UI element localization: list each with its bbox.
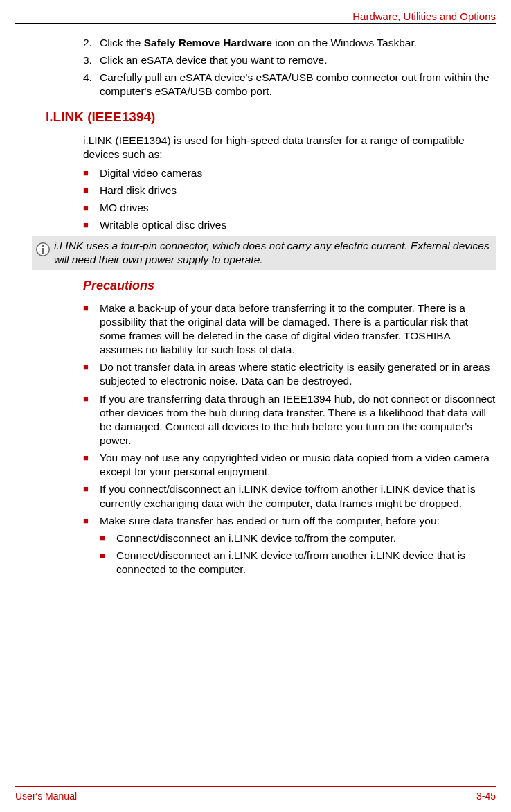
bullet-marker-icon: ■ (83, 218, 100, 232)
step-4: 4. Carefully pull an eSATA device's eSAT… (83, 71, 496, 98)
bullet-marker-icon: ■ (83, 201, 100, 215)
section-heading-ilink: i.LINK (IEEE1394) (46, 109, 496, 126)
bullet-marker-icon: ■ (83, 184, 100, 197)
list-item-text: If you connect/disconnect an i.LINK devi… (100, 482, 496, 510)
step-3: 3. Click an eSATA device that you want t… (83, 53, 496, 67)
list-item-text: MO drives (100, 201, 496, 215)
subsection-heading-precautions: Precautions (83, 278, 496, 294)
list-item-text: Make sure data transfer has ended or tur… (100, 514, 496, 528)
note-text: i.LINK uses a four-pin connector, which … (54, 239, 492, 267)
list-item: ■ Do not transfer data in areas where st… (83, 360, 496, 388)
list-item-text: Connect/disconnect an i.LINK device to/f… (116, 549, 496, 576)
list-item-text: If you are transferring data through an … (100, 392, 496, 448)
precaution-bullets: ■ Make a back-up of your data before tra… (83, 301, 496, 577)
list-item-nested: ■ Connect/disconnect an i.LINK device to… (100, 531, 496, 545)
list-item: ■ Hard disk drives (83, 184, 496, 197)
footer-manual-label: User's Manual (15, 790, 77, 802)
device-bullets: ■ Digital video cameras ■ Hard disk driv… (83, 166, 496, 233)
step-text-bold: Safely Remove Hardware (144, 37, 272, 48)
header-section-title: Hardware, Utilities and Options (352, 10, 496, 24)
note-callout: i.LINK uses a four-pin connector, which … (32, 236, 496, 270)
list-item-text: Digital video cameras (100, 166, 496, 180)
list-item: ■ Writable optical disc drives (83, 218, 496, 232)
svg-rect-2 (42, 248, 44, 254)
bullet-marker-icon: ■ (83, 451, 100, 465)
list-item: ■ MO drives (83, 201, 496, 215)
bullet-marker-icon: ■ (83, 301, 100, 315)
bullet-marker-icon: ■ (83, 482, 100, 496)
list-item: ■ Make sure data transfer has ended or t… (83, 514, 496, 528)
numbered-steps: 2. Click the Safely Remove Hardware icon… (83, 36, 496, 99)
list-item-text: Connect/disconnect an i.LINK device to/f… (116, 531, 496, 545)
bullet-marker-icon: ■ (83, 392, 100, 406)
footer-page-number: 3-45 (476, 790, 496, 802)
list-item: ■ If you connect/disconnect an i.LINK de… (83, 482, 496, 510)
list-item-text: Make a back-up of your data before trans… (100, 301, 496, 358)
header-divider (15, 23, 496, 24)
step-text: Click an eSATA device that you want to r… (100, 53, 496, 67)
step-text: Click the Safely Remove Hardware icon on… (100, 36, 496, 50)
step-text: Carefully pull an eSATA device's eSATA/U… (100, 71, 496, 98)
bullet-marker-icon: ■ (100, 531, 116, 545)
list-item-nested: ■ Connect/disconnect an i.LINK device to… (100, 549, 496, 576)
list-item-text: Writable optical disc drives (100, 218, 496, 232)
step-number: 2. (83, 36, 100, 50)
info-icon (32, 239, 54, 257)
bullet-marker-icon: ■ (83, 514, 100, 528)
bullet-marker-icon: ■ (83, 360, 100, 374)
footer-divider (15, 786, 496, 787)
list-item: ■ You may not use any copyrighted video … (83, 451, 496, 479)
step-text-post: icon on the Windows Taskbar. (272, 37, 417, 48)
step-number: 3. (83, 53, 100, 67)
list-item: ■ If you are transferring data through a… (83, 392, 496, 448)
page-content: 2. Click the Safely Remove Hardware icon… (15, 36, 496, 580)
svg-point-3 (42, 245, 44, 247)
list-item-text: Do not transfer data in areas where stat… (100, 360, 496, 388)
step-text-pre: Click the (100, 37, 144, 48)
step-number: 4. (83, 71, 100, 98)
bullet-marker-icon: ■ (100, 549, 116, 563)
bullet-marker-icon: ■ (83, 166, 100, 180)
section-intro: i.LINK (IEEE1394) is used for high-speed… (83, 134, 496, 161)
list-item: ■ Digital video cameras (83, 166, 496, 180)
step-2: 2. Click the Safely Remove Hardware icon… (83, 36, 496, 50)
list-item-text: You may not use any copyrighted video or… (100, 451, 496, 479)
list-item: ■ Make a back-up of your data before tra… (83, 301, 496, 358)
list-item-text: Hard disk drives (100, 184, 496, 197)
